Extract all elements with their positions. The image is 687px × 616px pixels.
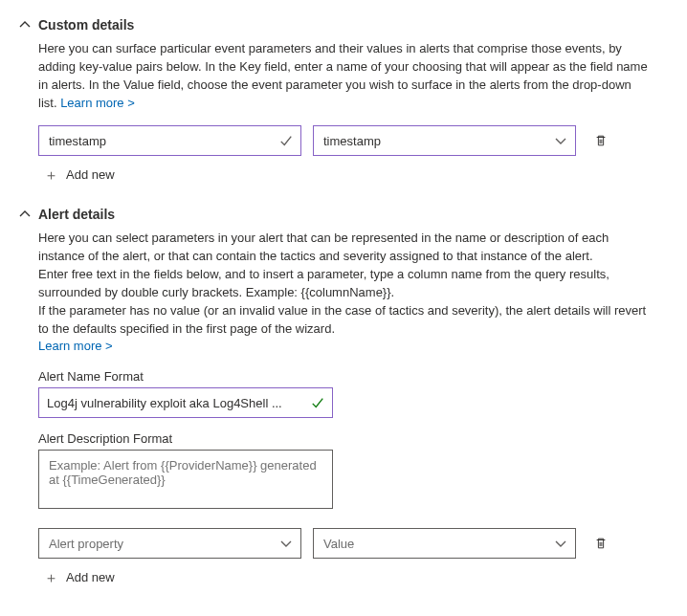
chevron-down-icon — [546, 135, 575, 146]
checkmark-icon — [303, 396, 332, 409]
custom-details-description: Here you can surface particular event pa… — [38, 40, 651, 112]
chevron-down-icon — [546, 538, 575, 549]
plus-icon: ＋ — [44, 570, 58, 584]
chevron-up-icon — [19, 209, 31, 220]
alert-details-body: Here you can select parameters in your a… — [19, 230, 668, 588]
alert-property-placeholder: Alert property — [39, 537, 272, 551]
alert-description-format-textarea[interactable] — [47, 456, 324, 502]
alert-property-dropdown[interactable]: Alert property — [38, 528, 301, 559]
delete-row-button[interactable] — [587, 530, 614, 557]
add-new-alert-property-button[interactable]: ＋ Add new — [38, 566, 668, 588]
section-title: Custom details — [38, 17, 134, 33]
custom-value-dropdown[interactable]: timestamp — [313, 125, 576, 156]
alert-description-format-label: Alert Description Format — [38, 431, 668, 446]
plus-icon: ＋ — [44, 167, 58, 182]
delete-row-button[interactable] — [587, 127, 614, 154]
alert-name-format-label: Alert Name Format — [38, 369, 668, 384]
chevron-up-icon — [19, 19, 31, 31]
alert-value-placeholder: Value — [314, 537, 546, 551]
section-header-alert-details[interactable]: Alert details — [19, 207, 668, 222]
section-header-custom-details[interactable]: Custom details — [19, 17, 668, 33]
alert-name-format-input[interactable] — [38, 387, 333, 418]
alert-description-format-input[interactable] — [38, 450, 333, 509]
learn-more-link[interactable]: Learn more > — [60, 96, 135, 110]
section-title: Alert details — [38, 207, 115, 222]
alert-value-dropdown[interactable]: Value — [313, 528, 576, 559]
add-new-custom-detail-button[interactable]: ＋ Add new — [38, 164, 668, 186]
add-new-label: Add new — [66, 167, 115, 182]
custom-detail-row: timestamp timestamp — [38, 125, 668, 156]
checkmark-icon — [272, 134, 300, 147]
add-new-label: Add new — [66, 570, 115, 584]
custom-details-body: Here you can surface particular event pa… — [19, 40, 668, 186]
alert-details-description: Here you can select parameters in your a… — [38, 230, 651, 356]
alert-name-format-value[interactable] — [39, 396, 303, 410]
alert-property-row: Alert property Value — [38, 528, 668, 559]
chevron-down-icon — [272, 538, 300, 549]
learn-more-link[interactable]: Learn more > — [38, 339, 113, 353]
custom-key-value: timestamp — [39, 134, 272, 148]
custom-key-input[interactable]: timestamp — [38, 125, 301, 156]
custom-value-value: timestamp — [314, 134, 546, 148]
